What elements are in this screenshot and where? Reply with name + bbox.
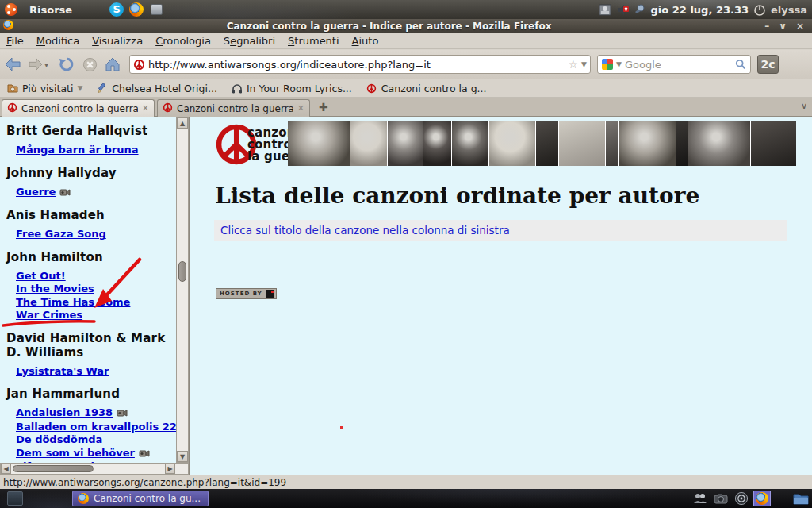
menu-strumenti[interactable]: Strumenti [282, 35, 346, 47]
tab-label: Canzoni contro la guerra - I... [177, 103, 293, 114]
taskbar-window-label: Canzoni contro la gu... [94, 493, 201, 504]
user-switcher-icon[interactable] [599, 4, 611, 16]
banner-photo [288, 121, 350, 166]
back-button[interactable] [2, 54, 23, 75]
volume-muted-icon[interactable] [616, 4, 629, 16]
menu-aiuto[interactable]: Aiuto [346, 35, 385, 47]
stop-button[interactable] [79, 54, 100, 75]
song-link[interactable]: Lysistrata's War [16, 365, 109, 377]
song-row: Lysistrata's War [16, 364, 173, 378]
menu-segnalibri[interactable]: Segnalibri [217, 35, 282, 47]
song-list: Free Gaza Song [16, 227, 173, 241]
headphones-icon [232, 83, 243, 94]
song-list: Många barn är bruna [16, 143, 173, 156]
menu-cronologia[interactable]: Cronologia [149, 35, 217, 47]
scroll-down-icon[interactable]: ▼ [177, 451, 188, 462]
maximize-button[interactable]: ∨ [779, 21, 787, 32]
bookmark-item[interactable]: In Your Room Lyrics... [224, 79, 359, 97]
song-link[interactable]: Många barn är bruna [16, 144, 139, 156]
sidebar-vertical-scrollbar[interactable]: ▲ ▼ [176, 117, 189, 463]
extension-2c-button[interactable]: 2c [757, 55, 779, 74]
banner-photo [619, 121, 676, 166]
hosted-by-badge[interactable]: HOSTED BY [216, 288, 277, 299]
menu-file[interactable]: File [0, 35, 30, 47]
menu-modifica[interactable]: Modifica [30, 35, 86, 47]
bookmark-item[interactable]: Canzoni contro la g... [359, 79, 494, 97]
google-engine-icon[interactable] [602, 59, 613, 70]
song-link[interactable]: De dödsdömda [16, 433, 102, 445]
bottom-tray [691, 491, 771, 506]
vertical-scroll-thumb[interactable] [178, 261, 186, 282]
search-input[interactable]: Google [625, 59, 732, 71]
song-row: De dödsdömda [16, 433, 173, 446]
url-dropdown-icon[interactable]: ▼ [581, 60, 587, 68]
bookmark-item[interactable]: Più visitati▼ [0, 79, 90, 97]
users-icon[interactable] [691, 491, 709, 506]
engine-dropdown-icon[interactable]: ▼ [616, 60, 622, 68]
tab-1[interactable]: Canzoni contro la guerra - I...✕ [2, 99, 155, 117]
skype-launcher[interactable]: S [109, 2, 124, 17]
host-logo-icon [266, 290, 274, 298]
song-link[interactable]: The Time Has Come [16, 296, 130, 308]
author-heading: Britt Gerda Hallqvist [6, 124, 173, 138]
media-player-icon[interactable] [733, 491, 750, 506]
search-bar[interactable]: ▼ Google [597, 55, 751, 74]
song-link[interactable]: Andalusien 1938 [16, 406, 113, 418]
url-bar[interactable]: http://www.antiwarsongs.org/indiceautore… [129, 55, 591, 74]
bookmark-item[interactable]: Chelsea Hotel Origi... [90, 79, 224, 97]
firefox-taskbar-icon[interactable] [753, 491, 771, 506]
panel-menu-risorse[interactable]: Risorse [22, 0, 107, 19]
scroll-right-icon[interactable]: ▶ [165, 464, 175, 474]
author-index-sidebar: Britt Gerda HallqvistMånga barn är bruna… [0, 117, 176, 463]
home-button[interactable] [102, 54, 123, 75]
new-tab-button[interactable]: ✚ [319, 101, 328, 114]
song-list: Lysistrata's War [16, 364, 173, 378]
minimize-button[interactable]: – [764, 21, 769, 32]
song-link[interactable]: Balladen om kravallpolis 2243 [16, 421, 176, 433]
show-desktop-button[interactable] [7, 491, 23, 506]
forward-button[interactable] [25, 54, 46, 75]
bookmark-star-icon[interactable]: ☆ [569, 58, 579, 71]
history-dropdown-icon[interactable]: ▾ [44, 60, 54, 69]
peace-icon [366, 83, 377, 94]
ubuntu-menu-icon[interactable] [5, 3, 17, 16]
menu-visualizza[interactable]: Visualizza [86, 35, 149, 47]
reload-button[interactable] [56, 54, 77, 75]
scroll-left-icon[interactable]: ◀ [1, 464, 11, 474]
desktop: ApplicazioniRisorseSistema S gio 22 lug,… [0, 0, 812, 508]
song-link[interactable]: In the Movies [16, 283, 94, 294]
tab-close-icon[interactable]: ✕ [297, 103, 304, 114]
url-input[interactable]: http://www.antiwarsongs.org/indiceautore… [148, 59, 565, 71]
tab-label: Canzoni contro la guerra - I... [21, 103, 138, 114]
horizontal-scroll-thumb[interactable] [13, 465, 94, 472]
song-link[interactable]: Get Out! [16, 270, 66, 282]
song-link[interactable]: Guerre [16, 186, 56, 198]
sidebar-horizontal-scrollbar[interactable]: ◀ ▶ [0, 463, 189, 475]
window-titlebar[interactable]: Canzoni contro la guerra - Indice per au… [0, 19, 812, 33]
firefox-launcher[interactable] [129, 2, 144, 17]
session-power-icon[interactable] [753, 4, 766, 16]
removable-drive-icon [151, 4, 163, 15]
list-all-tabs-icon[interactable]: ∨ [801, 101, 807, 111]
session-user[interactable]: elyssa [771, 4, 807, 16]
search-icon[interactable] [735, 59, 746, 70]
song-row: In the Movies [16, 282, 173, 295]
input-method-icon[interactable] [634, 4, 646, 16]
bookmarks-toolbar: Più visitati▼Chelsea Hotel Origi...In Yo… [0, 79, 812, 98]
song-link[interactable]: Free Gaza Song [16, 228, 106, 240]
song-link[interactable]: Dem som vi behöver [16, 447, 135, 459]
song-link[interactable]: War Crimes [16, 309, 82, 321]
scroll-up-icon[interactable]: ▲ [177, 117, 188, 129]
tab-close-icon[interactable]: ✕ [142, 103, 149, 114]
taskbar-window-button[interactable]: Canzoni contro la gu... [72, 491, 209, 506]
hosted-by-label: HOSTED BY [220, 291, 262, 297]
firefox-icon [3, 20, 13, 33]
drive-launcher[interactable] [149, 2, 164, 17]
panel-clock[interactable]: gio 22 lug, 23.33 [651, 4, 749, 16]
banner-photo [350, 121, 387, 166]
tab-2[interactable]: Canzoni contro la guerra - I...✕ [157, 99, 310, 117]
close-button[interactable]: × [796, 21, 804, 32]
camera-icon[interactable] [712, 491, 730, 506]
song-row: Guerre [16, 185, 173, 199]
file-manager-icon[interactable] [793, 491, 809, 506]
